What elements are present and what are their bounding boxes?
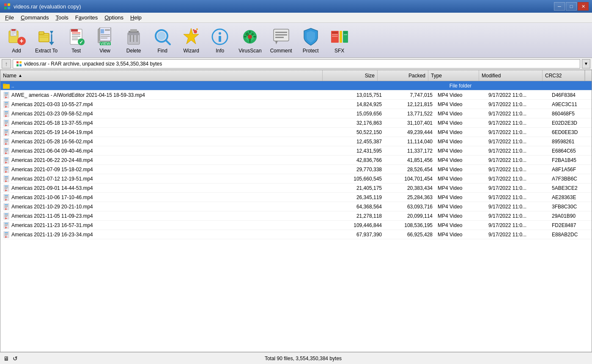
file-name: Americas 2021-06-22 20-24-48.mp4 [0,156,329,164]
svg-point-54 [193,29,195,31]
svg-rect-17 [40,35,48,36]
table-row[interactable]: Americas 2021-10-06 17-10-46.mp4 26,345,… [0,193,592,202]
info-button[interactable]: Info [206,25,234,56]
file-size: 50,522,150 [329,128,384,137]
table-row[interactable]: Americas 2021-10-29 20-21-10.mp4 64,368,… [0,202,592,211]
svg-point-61 [251,33,254,36]
wizard-button[interactable]: Wizard [177,25,205,56]
file-type: MP4 Video [435,156,486,164]
col-name-label: Name [3,73,16,79]
svg-rect-126 [5,151,8,151]
file-crc32: D46F8384 [549,90,592,99]
menu-tools[interactable]: Tools [52,13,71,22]
file-name: AIWE_ americas - AIWorldEditor 2021-04-1… [0,90,329,99]
file-packed: 11,337,172 [384,146,435,155]
file-name: Americas 2021-06-04 09-40-46.mp4 [0,146,329,155]
svg-rect-168 [5,216,8,216]
svg-rect-138 [5,169,8,170]
file-modified: 9/17/2022 11:0... [486,100,549,109]
file-packed: 13,771,522 [384,109,435,118]
col-header-crc32[interactable]: CRC32 [543,70,585,81]
table-row[interactable]: Americas 2021-07-12 12-19-51.mp4 105,660… [0,174,592,183]
table-row[interactable]: Americas 2021-07-09 15-18-02.mp4 29,770,… [0,165,592,174]
folder-icon [3,82,10,89]
virusscan-icon [240,27,260,47]
file-modified: 9/17/2022 11:0... [486,193,549,202]
table-row[interactable]: Americas 2021-11-05 11-09-23.mp4 21,278,… [0,211,592,221]
delete-button[interactable]: Delete [120,25,148,56]
extract-to-button[interactable]: Extract To [31,25,61,56]
file-size: 26,345,119 [329,193,384,202]
svg-rect-82 [19,61,22,63]
sfx-button[interactable]: SFX [326,25,354,56]
svg-rect-108 [5,123,8,123]
table-row[interactable]: AIWE_ americas - AIWorldEditor 2021-04-1… [0,90,592,100]
table-row[interactable]: Americas 2021-06-04 09-40-46.mp4 12,431,… [0,146,592,156]
table-row[interactable]: Americas 2021-09-01 14-44-53.mp4 21,405,… [0,183,592,193]
file-packed: 25,284,363 [384,193,435,202]
minimize-button[interactable]: ─ [554,2,565,11]
svg-rect-102 [5,113,8,114]
file-packed: 7,747,015 [384,90,435,99]
close-button[interactable]: ✕ [578,2,589,11]
menu-help[interactable]: Help [127,13,145,22]
title-bar: videos.rar (evaluation copy) ─ □ ✕ [0,0,592,13]
svg-rect-42 [130,29,137,32]
table-row[interactable]: Americas 2021-03-03 10-55-27.mp4 14,824,… [0,100,592,109]
table-row[interactable]: Americas 2021-11-23 16-57-31.mp4 109,446… [0,221,592,230]
file-size: 105,660,545 [329,174,384,183]
table-row[interactable]: Americas 2021-03-23 09-58-52.mp4 15,059,… [0,109,592,118]
col-header-packed[interactable]: Packed [378,70,428,81]
find-button[interactable]: Find [148,25,176,56]
up-button[interactable]: ↑ [2,59,11,68]
svg-rect-162 [5,206,8,207]
svg-rect-18 [40,37,48,38]
menu-tools-label: Tools [55,14,68,21]
table-row[interactable]: Americas 2021-05-19 14-04-19.mp4 50,522,… [0,128,592,137]
menu-favorites[interactable]: Favorites [72,13,101,22]
comment-button[interactable]: Comment [266,25,296,56]
video-file-icon [3,203,10,210]
table-row[interactable]: Americas 2021-05-28 16-56-02.mp4 12,455,… [0,137,592,146]
virusscan-button[interactable]: VirusScan [235,25,265,56]
file-packed: 63,093,716 [384,202,435,211]
menu-commands[interactable]: Commands [17,13,52,22]
file-packed: 49,239,444 [384,128,435,137]
svg-rect-175 [5,226,7,226]
svg-rect-47 [128,33,140,35]
svg-rect-3 [8,7,10,9]
virusscan-label: VirusScan [238,48,261,54]
svg-rect-167 [5,215,8,215]
menu-file[interactable]: File [2,13,17,22]
drive-icon: 🖥 [3,355,9,362]
col-header-modified[interactable]: Modified [479,70,543,81]
file-crc32: AE28363E [549,193,592,202]
svg-rect-107 [5,122,8,122]
svg-rect-115 [5,133,7,133]
maximize-button[interactable]: □ [566,2,577,11]
file-type: MP4 Video [435,202,486,211]
file-modified: 9/17/2022 11:0... [486,118,549,127]
table-row[interactable]: Americas 2021-11-29 16-23-34.mp4 67,937,… [0,230,592,239]
col-header-name[interactable]: Name ▲ [0,70,323,81]
svg-rect-131 [5,159,8,159]
view-button[interactable]: VIEW View [91,25,119,56]
menu-options[interactable]: Options [101,13,127,22]
table-row[interactable]: Americas 2021-05-18 13-37-55.mp4 32,176,… [0,118,592,128]
video-file-icon [3,92,10,99]
add-button[interactable]: + Add [3,25,30,56]
video-file-icon [3,110,10,117]
col-header-size[interactable]: Size [323,70,378,81]
table-row[interactable]: Americas 2021-06-22 20-24-48.mp4 42,836,… [0,156,592,165]
path-dropdown[interactable]: ▼ [582,59,590,68]
test-button[interactable]: ✓ Test [62,25,90,56]
col-header-type[interactable]: Type [428,70,479,81]
file-crc32: F2BA1B45 [549,156,592,164]
wizard-icon [181,27,201,47]
file-size: 29,770,338 [329,165,384,174]
video-file-icon [3,157,10,164]
table-row[interactable]: .. File folder [0,81,592,90]
svg-line-50 [166,40,170,44]
protect-button[interactable]: Protect [297,25,325,56]
svg-rect-136 [5,167,8,168]
